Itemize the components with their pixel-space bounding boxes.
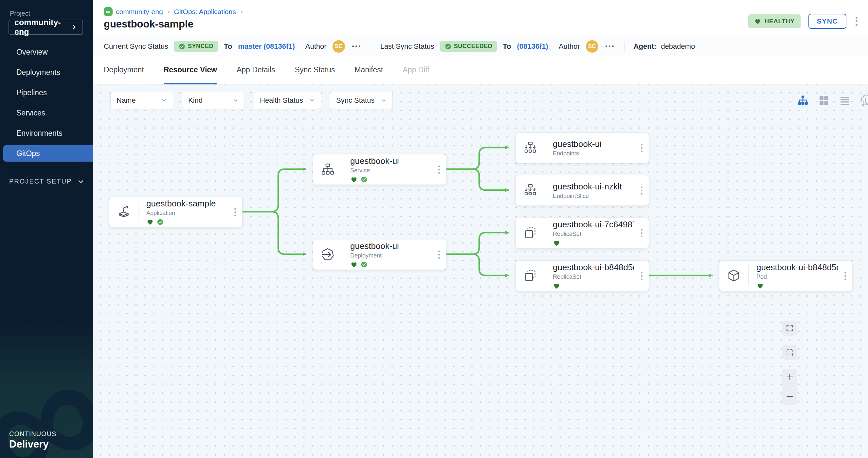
sync-status-bar: Current Sync Status SYNCED To master (08… — [93, 37, 868, 56]
tab-bar: Deployment Resource View App Details Syn… — [93, 56, 868, 85]
node-kind: ReplicaSet — [553, 273, 634, 281]
node-menu-button[interactable] — [634, 261, 649, 291]
node-menu-button[interactable] — [228, 197, 242, 227]
tab-manifest[interactable]: Manifest — [354, 56, 383, 84]
node-title: guestbook-ui — [350, 241, 432, 251]
current-sync-label: Current Sync Status — [104, 42, 168, 51]
fullscreen-button[interactable] — [782, 321, 797, 336]
breadcrumb-separator-icon — [239, 9, 244, 14]
node-title: guestbook-ui-7c64987dc9 — [553, 220, 634, 230]
sidebar-item-overview[interactable]: Overview — [0, 42, 93, 62]
zoom-out-button[interactable] — [782, 392, 797, 401]
node-kind: Pod — [756, 273, 838, 281]
sidebar-item-deployments[interactable]: Deployments — [0, 62, 93, 83]
health-status-badge: HEALTHY — [748, 14, 801, 28]
node-kind: EndpointSlice — [553, 193, 634, 200]
breadcrumb-applications-link[interactable]: GitOps: Applications — [174, 8, 236, 16]
project-name: community-eng — [14, 18, 71, 37]
healthy-heart-icon — [146, 218, 154, 226]
resource-graph-canvas[interactable]: Name Kind Health Status Sync Status — [93, 85, 868, 458]
agent-label: Agent: — [634, 42, 657, 51]
heart-icon — [754, 18, 761, 25]
synced-check-icon — [157, 219, 164, 225]
pod-icon — [719, 261, 748, 291]
tab-deployment[interactable]: Deployment — [104, 56, 144, 84]
commit-more-button[interactable] — [351, 44, 362, 48]
page-title: guestbook-sample — [104, 18, 193, 30]
tab-sync-status[interactable]: Sync Status — [295, 56, 335, 84]
header-actions: HEALTHY SYNC — [748, 14, 859, 29]
node-deployment-guestbook-ui[interactable]: guestbook-ui Deployment — [313, 239, 446, 270]
node-endpoints-guestbook-ui[interactable]: guestbook-ui Endpoints — [516, 132, 649, 163]
brand-line-2: Delivery — [9, 438, 56, 450]
gitops-application-page: ∞ Project community-eng Overview Deploym… — [0, 0, 868, 458]
commit-more-button[interactable] — [604, 44, 615, 48]
sidebar-item-services[interactable]: Services — [0, 103, 93, 123]
node-menu-button[interactable] — [432, 155, 446, 185]
breadcrumb-project-link[interactable]: community-eng — [116, 8, 163, 16]
sidebar-item-gitops[interactable]: GitOps — [3, 145, 93, 162]
project-setup-label: PROJECT SETUP — [9, 177, 72, 185]
canvas-controls — [782, 321, 797, 405]
node-kind: Service — [350, 167, 432, 174]
author-avatar: SC — [586, 40, 598, 53]
agent-name: debademo — [661, 42, 695, 51]
to-label: To — [224, 42, 232, 51]
app-menu-button[interactable] — [854, 15, 859, 27]
tab-app-details[interactable]: App Details — [237, 56, 275, 84]
fit-selection-button[interactable] — [782, 345, 797, 360]
brand-line-1: CONTINUOUS — [9, 430, 56, 438]
node-title: guestbook-ui-nzklt — [553, 182, 634, 192]
project-selector[interactable]: community-eng — [8, 20, 83, 35]
sidebar-divider — [9, 168, 79, 168]
module-brand: CONTINUOUS Delivery — [9, 430, 56, 450]
author-label: Author — [305, 42, 327, 51]
chevron-down-icon — [78, 178, 84, 185]
node-menu-button[interactable] — [634, 175, 649, 205]
last-sync-label: Last Sync Status — [380, 42, 434, 51]
sidebar-item-pipelines[interactable]: Pipelines — [0, 83, 93, 103]
zoom-in-button[interactable] — [782, 372, 797, 381]
healthy-heart-icon — [756, 282, 764, 290]
healthy-heart-icon — [350, 176, 358, 183]
last-revision-link[interactable]: (08136f1) — [517, 42, 548, 51]
node-title: guestbook-ui-b848d5d9... — [756, 262, 838, 272]
endpointslice-icon — [516, 175, 545, 205]
node-title: guestbook-ui-b848d5d9d — [553, 262, 634, 272]
gitops-logo-icon: ∞ — [104, 7, 113, 16]
succeeded-badge-label: SUCCEEDED — [454, 43, 493, 50]
node-menu-button[interactable] — [432, 239, 446, 269]
service-icon — [313, 155, 342, 185]
node-endpointslice-guestbook-ui-nzklt[interactable]: guestbook-ui-nzklt EndpointSlice — [516, 175, 649, 206]
node-pod-guestbook-ui-b848d5d9[interactable]: guestbook-ui-b848d5d9... Pod — [719, 260, 852, 291]
sync-button[interactable]: SYNC — [808, 14, 846, 29]
node-menu-button[interactable] — [634, 218, 649, 248]
node-replicaset-guestbook-ui-b848d5d9d[interactable]: guestbook-ui-b848d5d9d ReplicaSet — [516, 260, 649, 291]
sidebar-item-environments[interactable]: Environments — [0, 123, 93, 143]
node-menu-button[interactable] — [838, 261, 852, 291]
current-revision-link[interactable]: master (08136f1) — [238, 42, 295, 51]
page-header: ∞ community-eng GitOps: Applications gue… — [93, 0, 868, 37]
node-service-guestbook-ui[interactable]: guestbook-ui Service — [313, 154, 446, 185]
synced-badge-label: SYNCED — [188, 43, 213, 50]
project-setup-toggle[interactable]: PROJECT SETUP — [9, 177, 84, 185]
sidebar-nav: Overview Deployments Pipelines Services … — [0, 42, 93, 164]
replicaset-icon — [516, 218, 545, 248]
node-application-guestbook-sample[interactable]: guestbook-sample Application — [109, 197, 243, 227]
node-replicaset-guestbook-ui-7c64987dc9[interactable]: guestbook-ui-7c64987dc9 ReplicaSet — [516, 218, 649, 248]
to-label: To — [503, 42, 511, 51]
node-kind: Application — [146, 210, 228, 217]
author-label: Author — [559, 42, 580, 51]
synced-check-icon — [361, 261, 368, 268]
node-kind: Endpoints — [553, 150, 634, 157]
synced-badge: SYNCED — [174, 41, 218, 52]
application-icon — [109, 197, 138, 227]
node-kind: ReplicaSet — [553, 231, 634, 237]
divider — [371, 41, 371, 52]
healthy-heart-icon — [350, 261, 358, 268]
tab-resource-view[interactable]: Resource View — [164, 56, 217, 84]
check-circle-icon — [179, 43, 185, 50]
endpoints-icon — [516, 133, 545, 163]
node-menu-button[interactable] — [634, 133, 649, 163]
divider — [624, 41, 624, 52]
